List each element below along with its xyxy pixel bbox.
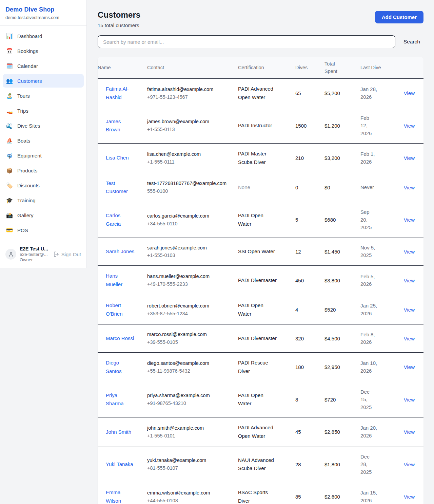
customer-email: yuki.tanaka@example.com	[147, 456, 234, 464]
view-link[interactable]: View	[404, 90, 415, 96]
shop-domain: demo.test.divestreams.com	[5, 15, 81, 20]
customer-name-link[interactable]: Lisa Chen	[106, 154, 129, 162]
customer-phone: +49-170-555-2233	[147, 280, 234, 288]
table-header-row: Name Contact Certification Dives Total S…	[98, 57, 423, 79]
sidebar-item[interactable]: 🎓 Training	[3, 193, 84, 207]
column-header: Total Spent	[324, 57, 360, 78]
customer-name-link[interactable]: Marco Rossi	[106, 334, 134, 343]
sidebar-item[interactable]: 📊 Dashboard	[3, 29, 84, 43]
customer-name-link[interactable]: John Smith	[106, 428, 131, 436]
customer-email: robert.obrien@example.com	[147, 302, 234, 310]
customer-name-link[interactable]: Diego Santos	[106, 359, 136, 376]
cell-certification: PADI Open Water	[238, 205, 282, 235]
cell-view: View	[394, 455, 423, 473]
sidebar-item[interactable]: 📸 Gallery	[3, 208, 84, 222]
sidebar-item[interactable]: 🚤 Trips	[3, 104, 84, 117]
cell-name: Sarah Jones	[98, 241, 147, 262]
nav-item-icon: 🤿	[6, 152, 13, 159]
customer-name-link[interactable]: Yuki Tanaka	[106, 460, 133, 469]
page-subtitle: 15 total customers	[98, 22, 140, 28]
sidebar-item[interactable]: 🗓️ Calendar	[3, 59, 84, 73]
add-customer-button[interactable]: Add Customer	[375, 11, 423, 23]
search-row: Search	[98, 35, 423, 48]
cell-total-spent: $2,850	[324, 423, 360, 441]
view-link[interactable]: View	[404, 123, 415, 129]
customer-email: sarah.jones@example.com	[147, 244, 234, 252]
sidebar-item[interactable]: 📦 Products	[3, 164, 84, 177]
customer-name-link[interactable]: James Brown	[106, 117, 136, 134]
cell-dives: 85	[295, 488, 324, 504]
customer-name-link[interactable]: Emma Wilson	[106, 488, 136, 504]
view-link[interactable]: View	[404, 185, 415, 190]
cell-dives: 12	[295, 243, 324, 261]
customer-email: test-1772681807767@example.com	[147, 180, 234, 187]
nav-item-icon: 👥	[6, 78, 13, 84]
cell-total-spent: $5,200	[324, 84, 360, 102]
customer-phone: +39-555-0105	[147, 338, 234, 346]
customer-name-link[interactable]: Hans Mueller	[106, 272, 136, 289]
sidebar-item[interactable]: ⛵ Boats	[3, 134, 84, 147]
sidebar-item[interactable]: 💳 POS	[3, 223, 84, 237]
customer-name-link[interactable]: Carlos Garcia	[106, 211, 136, 228]
cell-dives: 65	[295, 84, 324, 102]
view-link[interactable]: View	[404, 249, 415, 255]
cell-view: View	[394, 330, 423, 348]
column-header: Last Dive	[360, 61, 394, 75]
table-body: Fatima Al-Rashid fatima.alrashid@example…	[98, 79, 423, 504]
sidebar-item[interactable]: 📅 Bookings	[3, 44, 84, 58]
view-link[interactable]: View	[404, 336, 415, 341]
sidebar-item[interactable]: 🌊 Dive Sites	[3, 119, 84, 132]
customer-name-link[interactable]: Priya Sharma	[106, 391, 136, 408]
sidebar-item[interactable]: 👥 Customers	[3, 74, 84, 88]
table-row: John Smith john.smith@example.com +1-555…	[98, 417, 423, 447]
nav-item-icon: ⛵	[6, 137, 13, 144]
customer-phone: +91-98765-43210	[147, 399, 234, 407]
cell-dives: 450	[295, 272, 324, 290]
sidebar-item[interactable]: 🤿 Equipment	[3, 149, 84, 162]
sidebar-item-label: Customers	[17, 78, 42, 84]
cell-dives: 210	[295, 149, 324, 167]
table-row: Marco Rossi marco.rossi@example.com +39-…	[98, 324, 423, 353]
table-row: Test Customer test-1772681807767@example…	[98, 173, 423, 203]
customer-email: hans.mueller@example.com	[147, 273, 234, 280]
page-title: Customers	[98, 10, 140, 20]
table-row: Diego Santos diego.santos@example.com +5…	[98, 353, 423, 382]
customer-email: lisa.chen@example.com	[147, 150, 234, 158]
sidebar-item[interactable]: 🏷️ Discounts	[3, 179, 84, 192]
cell-total-spent: $3,800	[324, 272, 360, 290]
view-link[interactable]: View	[404, 307, 415, 313]
view-link[interactable]: View	[404, 429, 415, 435]
view-link[interactable]: View	[404, 278, 415, 283]
customer-name-link[interactable]: Sarah Jones	[106, 247, 134, 256]
cell-name: Fatima Al-Rashid	[98, 79, 147, 108]
view-link[interactable]: View	[404, 397, 415, 403]
sidebar-item[interactable]: 🏝️ Tours	[3, 89, 84, 102]
cell-view: View	[394, 391, 423, 409]
cell-total-spent: $1,800	[324, 455, 360, 473]
view-link[interactable]: View	[404, 494, 415, 500]
view-link[interactable]: View	[404, 462, 415, 467]
customer-name-link[interactable]: Test Customer	[106, 179, 136, 196]
sidebar-item-label: Calendar	[17, 63, 38, 69]
cell-last-dive: Feb 1, 2026	[360, 144, 381, 172]
cell-view: View	[394, 358, 423, 376]
view-link[interactable]: View	[404, 364, 415, 370]
cell-view: View	[394, 117, 423, 135]
customer-name-link[interactable]: Fatima Al-Rashid	[106, 85, 136, 102]
cell-last-dive: Dec 15, 2025	[360, 382, 381, 417]
sign-out-button[interactable]: Sign Out	[53, 251, 81, 257]
cell-certification: PADI Divemaster	[238, 270, 282, 291]
sidebar: Demo Dive Shop demo.test.divestreams.com…	[0, 0, 87, 268]
cell-name: Emma Wilson	[98, 482, 147, 504]
cell-dives: 180	[295, 358, 324, 376]
view-link[interactable]: View	[404, 217, 415, 223]
nav-item-icon: 🚤	[6, 108, 13, 114]
search-input[interactable]	[98, 35, 395, 48]
customer-email: fatima.alrashid@example.com	[147, 86, 234, 93]
cell-contact: fatima.alrashid@example.com +971-55-123-…	[147, 79, 238, 107]
search-button[interactable]: Search	[400, 37, 423, 47]
cell-contact: lisa.chen@example.com +1-555-0111	[147, 144, 238, 172]
customer-phone: 555-0100	[147, 187, 234, 195]
view-link[interactable]: View	[404, 155, 415, 161]
customer-name-link[interactable]: Robert O'Brien	[106, 301, 136, 318]
